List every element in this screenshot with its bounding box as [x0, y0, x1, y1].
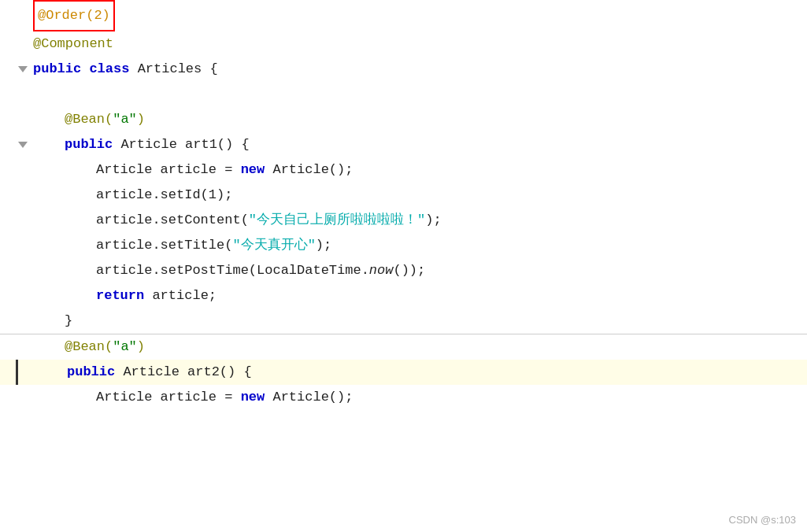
content-art2-sig: public Article art2() { [35, 360, 807, 385]
content-art1-close: } [33, 308, 807, 334]
art1-settitle-str: "今天真开心" [232, 238, 315, 253]
art1-new2: Article(); [272, 162, 353, 177]
bean1-at: @Bean( [65, 112, 113, 127]
class-name: Articles { [138, 61, 218, 76]
line-art1-settitle: article.setTitle("今天真开心"); [0, 233, 807, 258]
content-art1-return: return article; [33, 283, 807, 308]
art1-setpost2: ()); [393, 263, 425, 278]
order-text: @Order(2) [38, 8, 110, 23]
content-art1-setcontent: article.setContent("今天自己上厕所啦啦啦啦！"); [33, 208, 807, 233]
content-art1-new: Article article = new Article(); [33, 157, 807, 183]
art1-settitle1: article.setTitle( [96, 238, 232, 253]
art1-setpost-now: now [369, 263, 394, 278]
line-art1-setcontent: article.setContent("今天自己上厕所啦啦啦啦！"); [0, 208, 807, 233]
bean1-close: ) [137, 112, 145, 127]
art2-new1: Article article = [96, 390, 241, 405]
line-art1-close: } [0, 308, 807, 334]
content-bean1: @Bean("a") [33, 107, 807, 132]
arrow-down-art1 [18, 142, 28, 148]
art1-setid: article.setId(1); [96, 187, 232, 202]
art1-public: public [65, 137, 120, 152]
gutter-art1 [16, 142, 30, 148]
art1-setcontent-str: "今天自己上厕所啦啦啦啦！" [249, 212, 425, 227]
line-art2-sig: public Article art2() { [0, 360, 807, 385]
art2-type: Article art2() { [123, 364, 251, 379]
kw-public: public [33, 61, 89, 76]
line-order: @Order(2) [0, 0, 807, 31]
code-content: @Order(2) @Component public class Articl… [0, 0, 807, 410]
content-bean2: @Bean("a") [33, 334, 807, 360]
art1-return-kw: return [96, 288, 152, 303]
line-art1-new: Article article = new Article(); [0, 157, 807, 183]
arrow-down-class [18, 66, 28, 72]
gutter-class [16, 66, 30, 72]
content-art2-new: Article article = new Article(); [33, 385, 807, 410]
content-art1-setid: article.setId(1); [33, 183, 807, 208]
content-order: @Order(2) [33, 0, 807, 31]
watermark: CSDN @s:103 [729, 514, 796, 526]
line-art1-sig: public Article art1() { [0, 132, 807, 157]
art1-new-kw: new [241, 162, 273, 177]
content-class: public class Articles { [33, 57, 807, 82]
kw-class: class [89, 61, 137, 76]
line-component: @Component [0, 31, 807, 57]
bean2-close: ) [137, 339, 145, 354]
line-art1-setpost: article.setPostTime(LocalDateTime.now())… [0, 258, 807, 283]
art1-settitle2: ); [316, 238, 331, 253]
line-blank1 [0, 82, 807, 107]
content-art1-setpost: article.setPostTime(LocalDateTime.now())… [33, 258, 807, 283]
bean2-val: "a" [113, 339, 137, 354]
bean2-at: @Bean( [65, 339, 113, 354]
content-component: @Component [33, 31, 807, 57]
line-bean1: @Bean("a") [0, 107, 807, 132]
art1-setpost1: article.setPostTime(LocalDateTime. [96, 263, 369, 278]
line-class: public class Articles { [0, 57, 807, 82]
content-blank1 [33, 82, 807, 107]
art1-setcontent1: article.setContent( [96, 212, 249, 227]
art1-return-val: article; [152, 288, 217, 303]
line-art2-new: Article article = new Article(); [0, 385, 807, 410]
art2-new2: Article(); [272, 390, 353, 405]
annotation-order-box: @Order(2) [33, 0, 115, 31]
art1-type: Article art1() { [120, 137, 249, 152]
line-art1-setid: article.setId(1); [0, 183, 807, 208]
content-art1-settitle: article.setTitle("今天真开心"); [33, 233, 807, 258]
component-annotation: @Component [33, 36, 113, 51]
content-art1-sig: public Article art1() { [33, 132, 807, 157]
art1-new1: Article article = [96, 162, 241, 177]
bean1-val: "a" [113, 112, 137, 127]
line-art1-return: return article; [0, 283, 807, 308]
art2-public: public [67, 364, 123, 379]
line-bean2: @Bean("a") [0, 334, 807, 360]
art2-new-kw: new [241, 390, 273, 405]
art1-setcontent2: ); [425, 212, 441, 227]
bar-indicator [16, 360, 18, 385]
code-window: @Order(2) @Component public class Articl… [0, 0, 807, 532]
art1-brace-close: } [65, 313, 72, 328]
